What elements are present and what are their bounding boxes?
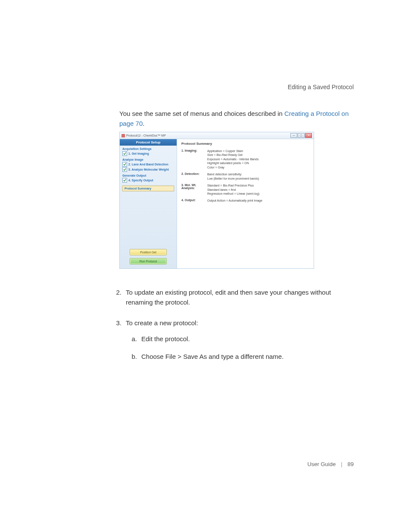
- summary-row-output: 4. Output: Output Action = Automatically…: [181, 199, 309, 202]
- sidebar-item-label: 1. Gel Imaging: [128, 152, 149, 155]
- sidebar-item-label: 2. Lane And Band Detection: [128, 163, 168, 166]
- summary-value: Band detection sensitivity:Low (Better f…: [207, 172, 259, 180]
- summary-row-molwt: 3. Mol. Wt. Analysis: Standard = Bio-Rad…: [181, 184, 309, 196]
- list-item: To update an existing protocol, edit and…: [109, 287, 353, 308]
- footer-separator: |: [341, 461, 342, 467]
- list-item-text: To update an existing protocol, edit and…: [126, 289, 331, 306]
- summary-value: Output Action = Automatically print imag…: [207, 199, 262, 202]
- protocol-summary-panel: Protocol Summary 1. Imaging: Application…: [177, 139, 314, 268]
- window-close-button[interactable]: ✕: [305, 133, 312, 138]
- list-item-text: To create a new protocol:: [126, 319, 198, 327]
- page-footer: User Guide|89: [307, 461, 354, 467]
- run-protocol-button[interactable]: Run Protocol: [130, 258, 167, 264]
- sidebar-item-label: 3. Analyze Molecular Weight: [128, 168, 169, 171]
- sidebar-item-specify-output[interactable]: 4. Specify Output: [122, 178, 174, 183]
- app-icon: [121, 134, 125, 137]
- check-icon: [122, 167, 127, 172]
- sidebar-item-gel-imaging[interactable]: 1. Gel Imaging: [122, 151, 174, 156]
- summary-value: Application = Copper StainSize = Bio-Rad…: [207, 149, 258, 169]
- position-gel-button[interactable]: Position Gel: [130, 249, 167, 255]
- window-title: Protocol12 - ChemiDoc™ MP: [126, 134, 166, 137]
- sidebar-group-output: Generate Output: [122, 174, 174, 177]
- window-titlebar: Protocol12 - ChemiDoc™ MP — ▢ ✕: [120, 132, 314, 139]
- sidebar-item-mol-weight[interactable]: 3. Analyze Molecular Weight: [122, 167, 174, 172]
- list-item: To create a new protocol: Edit the proto…: [109, 318, 353, 362]
- sidebar-item-lane-band[interactable]: 2. Lane And Band Detection: [122, 162, 174, 167]
- sidebar-item-label: 4. Specify Output: [128, 179, 153, 182]
- list-subitem-text: Edit the protocol.: [141, 335, 190, 342]
- footer-label: User Guide: [307, 461, 336, 467]
- page-number: 89: [348, 461, 354, 467]
- summary-key: 2. Detection:: [181, 172, 207, 180]
- summary-key: 3. Mol. Wt. Analysis:: [181, 184, 207, 196]
- list-subitem-text: Choose File > Save As and type a differe…: [141, 353, 283, 360]
- sidebar-item-protocol-summary[interactable]: Protocol Summary: [122, 186, 174, 191]
- summary-key: 1. Imaging:: [181, 149, 207, 169]
- sidebar-caption: Protocol Setup: [120, 139, 177, 146]
- intro-prefix: You see the same set of menus and choice…: [119, 110, 284, 117]
- summary-row-detection: 2. Detection: Band detection sensitivity…: [181, 172, 309, 180]
- summary-row-imaging: 1. Imaging: Application = Copper StainSi…: [181, 149, 309, 169]
- intro-suffix: .: [143, 120, 144, 127]
- window-maximize-button[interactable]: ▢: [298, 133, 305, 138]
- panel-title: Protocol Summary: [181, 142, 309, 146]
- protocol-window: Protocol12 - ChemiDoc™ MP — ▢ ✕ Protocol…: [119, 132, 314, 269]
- check-icon: [122, 151, 127, 156]
- window-minimize-button[interactable]: —: [290, 133, 297, 138]
- intro-paragraph: You see the same set of menus and choice…: [119, 109, 353, 129]
- section-heading: Editing a Saved Protocol: [288, 84, 354, 90]
- sidebar-group-acquisition: Acquisition Settings: [122, 147, 174, 150]
- sidebar: Protocol Setup Acquisition Settings 1. G…: [120, 139, 177, 268]
- check-icon: [122, 162, 127, 167]
- check-icon: [122, 178, 127, 183]
- sidebar-group-analyze: Analyze Image: [122, 158, 174, 161]
- list-subitem: Edit the protocol.: [126, 334, 353, 344]
- list-subitem: Choose File > Save As and type a differe…: [126, 352, 353, 361]
- summary-value: Standard = Bio-Rad Precision PlusStandar…: [207, 184, 259, 196]
- summary-key: 4. Output:: [181, 199, 207, 202]
- instruction-list: To update an existing protocol, edit and…: [109, 287, 353, 372]
